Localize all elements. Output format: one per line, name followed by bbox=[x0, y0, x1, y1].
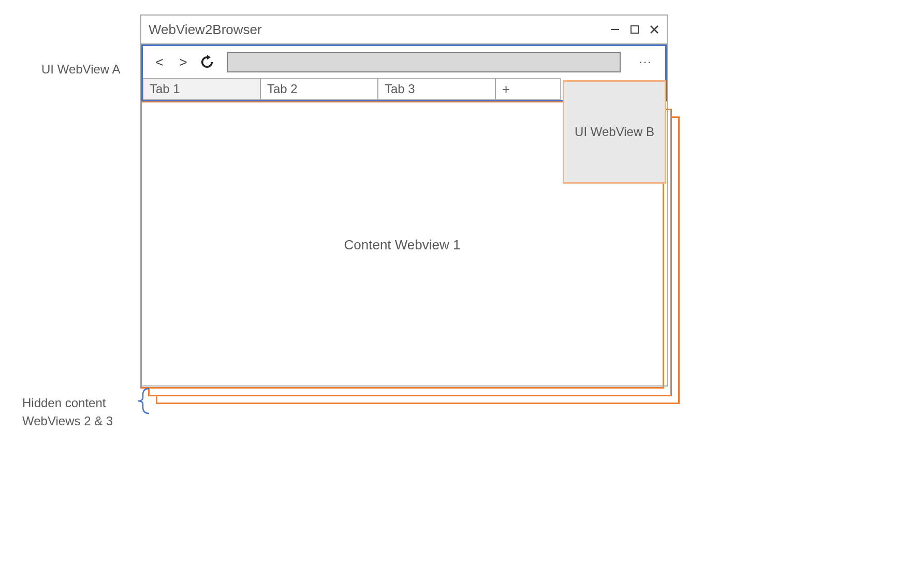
window-title: WebView2Browser bbox=[149, 22, 610, 38]
ui-webview-b-label: UI WebView B bbox=[575, 125, 654, 139]
ui-webview-b: UI WebView B bbox=[563, 80, 666, 184]
label-hidden-line2: WebViews 2 & 3 bbox=[22, 414, 113, 428]
label-ui-webview-a: UI WebView A bbox=[41, 62, 121, 77]
label-hidden-line1: Hidden content bbox=[22, 396, 106, 410]
titlebar: WebView2Browser bbox=[141, 16, 667, 44]
reload-icon bbox=[200, 55, 214, 69]
tab-2[interactable]: Tab 2 bbox=[260, 78, 378, 100]
tab-1[interactable]: Tab 1 bbox=[143, 78, 260, 100]
close-icon[interactable] bbox=[649, 24, 659, 35]
minimize-icon[interactable] bbox=[610, 24, 620, 35]
label-hidden-content: Hidden content WebViews 2 & 3 bbox=[22, 394, 113, 430]
navbar: < > ··· bbox=[143, 46, 665, 78]
back-button[interactable]: < bbox=[152, 54, 167, 70]
forward-button[interactable]: > bbox=[176, 54, 190, 70]
svg-rect-1 bbox=[631, 26, 638, 33]
brace-icon bbox=[134, 388, 151, 414]
address-bar[interactable] bbox=[227, 52, 621, 72]
reload-button[interactable] bbox=[200, 55, 214, 69]
maximize-icon[interactable] bbox=[629, 24, 640, 35]
window-controls bbox=[610, 24, 659, 35]
more-button[interactable]: ··· bbox=[635, 55, 656, 69]
content-webview-1-label: Content Webview 1 bbox=[344, 237, 461, 253]
tab-3[interactable]: Tab 3 bbox=[378, 78, 495, 100]
new-tab-button[interactable]: + bbox=[495, 78, 561, 100]
